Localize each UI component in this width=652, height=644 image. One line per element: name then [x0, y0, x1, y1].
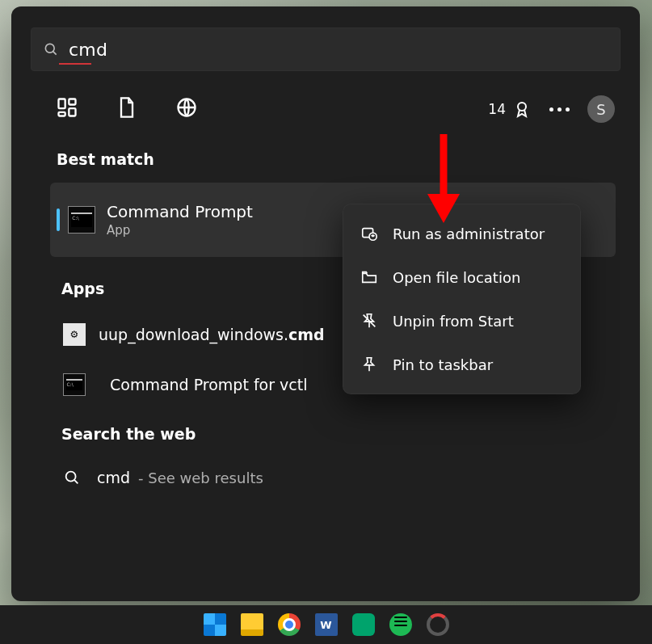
taskbar-app-loader[interactable]	[427, 613, 449, 636]
taskbar-chrome[interactable]	[278, 613, 301, 636]
section-apps: Apps	[61, 280, 104, 297]
filter-tab-row: 14 S	[56, 87, 615, 131]
command-prompt-icon	[63, 373, 86, 396]
start-search-panel: cmd 14 S Best match Comman	[11, 6, 640, 601]
taskbar-word[interactable]: W	[315, 613, 338, 636]
run-admin-icon	[360, 225, 378, 242]
context-menu: Run as administrator Open file location …	[343, 204, 581, 394]
taskbar-spotify[interactable]	[389, 613, 412, 636]
pin-icon	[360, 356, 378, 373]
menu-unpin-from-start[interactable]: Unpin from Start	[343, 299, 581, 343]
tab-documents-icon[interactable]	[116, 96, 138, 122]
menu-open-file-location[interactable]: Open file location	[343, 255, 581, 299]
folder-open-icon	[360, 268, 378, 286]
taskbar-chat[interactable]	[352, 613, 375, 636]
taskbar: W	[0, 605, 652, 644]
result-web-cmd[interactable]: cmd - See web results	[63, 469, 515, 486]
svg-point-7	[518, 103, 526, 111]
more-menu-icon[interactable]	[549, 107, 570, 112]
tab-web-icon[interactable]	[175, 96, 198, 122]
best-subtitle: App	[107, 223, 253, 238]
search-icon	[63, 469, 81, 486]
spell-underline	[59, 63, 91, 65]
svg-line-1	[53, 52, 57, 55]
menu-run-as-admin[interactable]: Run as administrator	[343, 212, 581, 255]
svg-rect-4	[59, 112, 65, 116]
search-input[interactable]: cmd	[31, 27, 620, 71]
svg-line-9	[74, 480, 78, 483]
svg-rect-2	[59, 99, 65, 109]
svg-rect-3	[69, 99, 75, 105]
svg-rect-5	[69, 108, 75, 116]
tab-apps-icon[interactable]	[56, 96, 78, 122]
selection-accent	[57, 208, 60, 231]
menu-pin-to-taskbar[interactable]: Pin to taskbar	[343, 343, 581, 386]
taskbar-file-explorer[interactable]	[241, 613, 263, 636]
medal-icon	[512, 99, 532, 119]
unpin-icon	[360, 312, 378, 330]
svg-point-8	[66, 472, 76, 482]
search-icon	[43, 41, 59, 57]
search-query-text: cmd	[69, 40, 107, 60]
section-best-match: Best match	[57, 150, 154, 168]
section-web: Search the web	[61, 425, 196, 443]
best-title: Command Prompt	[107, 202, 253, 221]
start-button[interactable]	[204, 613, 226, 636]
rewards-badge[interactable]: 14	[488, 99, 532, 119]
svg-point-0	[45, 44, 54, 53]
user-avatar[interactable]: S	[587, 95, 615, 123]
rewards-count: 14	[488, 101, 506, 117]
batch-file-icon: ⚙	[63, 323, 86, 346]
command-prompt-icon	[68, 206, 95, 234]
